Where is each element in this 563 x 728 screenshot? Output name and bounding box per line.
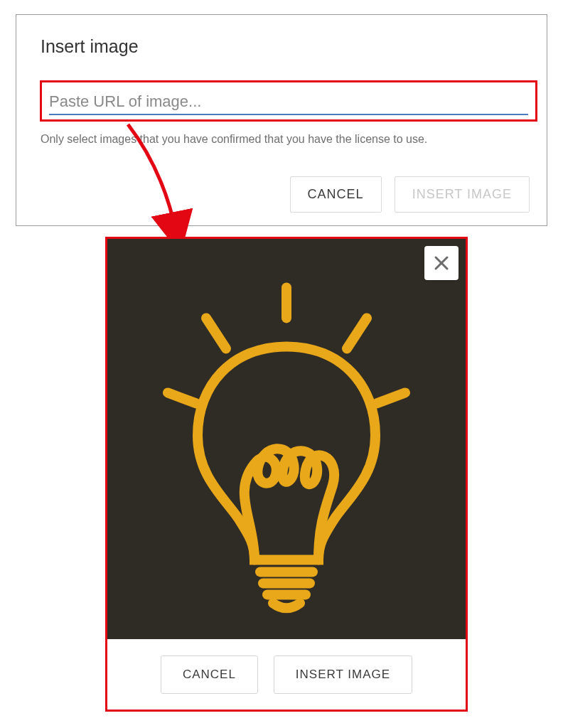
lightbulb-icon (148, 279, 425, 613)
image-preview-area (107, 239, 466, 639)
license-helper-text: Only select images that you have confirm… (41, 133, 427, 146)
insert-image-preview-dialog: CANCEL INSERT IMAGE (105, 237, 468, 712)
cancel-button[interactable]: CANCEL (290, 176, 382, 213)
svg-line-5 (168, 392, 196, 403)
close-icon (433, 255, 450, 272)
image-url-input[interactable] (49, 92, 528, 115)
dialog-title: Insert image (41, 36, 547, 57)
svg-line-6 (377, 392, 405, 403)
svg-line-3 (206, 318, 226, 348)
insert-image-button-disabled: INSERT IMAGE (395, 176, 530, 213)
close-button[interactable] (424, 246, 459, 280)
dialog1-button-row: CANCEL INSERT IMAGE (290, 176, 530, 213)
insert-image-button[interactable]: INSERT IMAGE (274, 655, 412, 694)
insert-image-url-dialog: Insert image Only select images that you… (16, 14, 547, 226)
svg-line-4 (347, 318, 367, 348)
url-input-highlight-box (40, 80, 537, 122)
dialog2-button-row: CANCEL INSERT IMAGE (107, 639, 466, 710)
cancel-button[interactable]: CANCEL (161, 655, 258, 694)
